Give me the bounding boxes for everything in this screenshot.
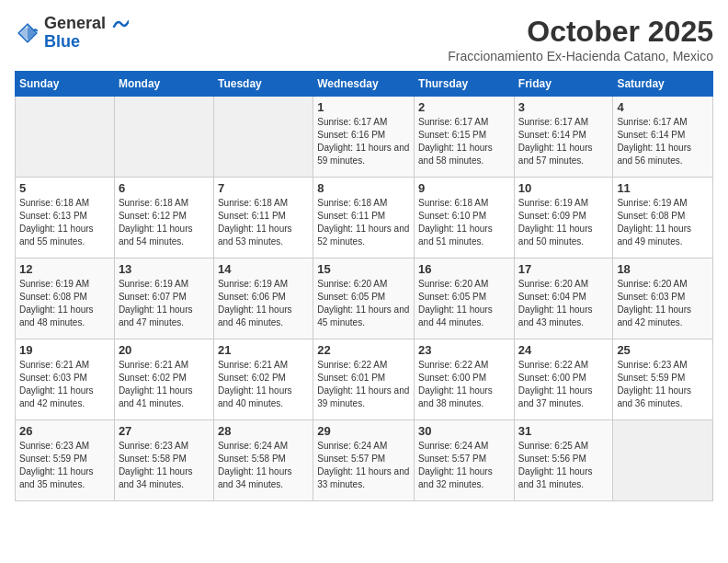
day-info: Sunrise: 6:21 AMSunset: 6:02 PMDaylight:… bbox=[218, 359, 309, 410]
day-number: 14 bbox=[218, 262, 309, 276]
calendar-day-cell: 31Sunrise: 6:25 AMSunset: 5:56 PMDayligh… bbox=[514, 420, 613, 501]
weekday-header-monday: Monday bbox=[114, 72, 213, 97]
day-number: 11 bbox=[617, 181, 709, 195]
weekday-header-row: SundayMondayTuesdayWednesdayThursdayFrid… bbox=[16, 72, 713, 97]
day-info: Sunrise: 6:23 AMSunset: 5:59 PMDaylight:… bbox=[617, 359, 709, 410]
calendar-day-cell: 3Sunrise: 6:17 AMSunset: 6:14 PMDaylight… bbox=[514, 97, 613, 178]
day-number: 28 bbox=[218, 424, 309, 438]
weekday-header-tuesday: Tuesday bbox=[213, 72, 313, 97]
day-info: Sunrise: 6:19 AMSunset: 6:08 PMDaylight:… bbox=[19, 278, 110, 329]
day-number: 15 bbox=[317, 262, 410, 276]
calendar-day-cell: 8Sunrise: 6:18 AMSunset: 6:11 PMDaylight… bbox=[313, 178, 415, 259]
day-number: 2 bbox=[418, 100, 510, 114]
calendar-day-cell: 16Sunrise: 6:20 AMSunset: 6:05 PMDayligh… bbox=[415, 259, 515, 339]
day-info: Sunrise: 6:20 AMSunset: 6:03 PMDaylight:… bbox=[617, 278, 709, 329]
day-number: 5 bbox=[19, 181, 110, 195]
logo-wave-icon bbox=[112, 17, 129, 30]
calendar-day-cell: 23Sunrise: 6:22 AMSunset: 6:00 PMDayligh… bbox=[415, 339, 515, 420]
calendar-day-cell: 18Sunrise: 6:20 AMSunset: 6:03 PMDayligh… bbox=[613, 259, 713, 339]
day-info: Sunrise: 6:18 AMSunset: 6:11 PMDaylight:… bbox=[317, 197, 410, 248]
day-info: Sunrise: 6:18 AMSunset: 6:12 PMDaylight:… bbox=[119, 197, 210, 248]
day-info: Sunrise: 6:23 AMSunset: 5:58 PMDaylight:… bbox=[119, 440, 210, 491]
day-number: 1 bbox=[317, 100, 410, 114]
day-info: Sunrise: 6:19 AMSunset: 6:07 PMDaylight:… bbox=[119, 278, 210, 329]
day-info: Sunrise: 6:21 AMSunset: 6:02 PMDaylight:… bbox=[119, 359, 210, 410]
day-info: Sunrise: 6:19 AMSunset: 6:08 PMDaylight:… bbox=[617, 197, 709, 248]
day-info: Sunrise: 6:25 AMSunset: 5:56 PMDaylight:… bbox=[518, 440, 609, 491]
day-number: 4 bbox=[617, 100, 709, 114]
calendar-day-cell: 22Sunrise: 6:22 AMSunset: 6:01 PMDayligh… bbox=[313, 339, 415, 420]
calendar-day-cell bbox=[613, 420, 713, 501]
page-header: General Blue October 2025 Fraccionamient… bbox=[15, 15, 713, 63]
day-info: Sunrise: 6:17 AMSunset: 6:14 PMDaylight:… bbox=[617, 116, 709, 167]
day-info: Sunrise: 6:17 AMSunset: 6:15 PMDaylight:… bbox=[418, 116, 510, 167]
calendar-table: SundayMondayTuesdayWednesdayThursdayFrid… bbox=[15, 71, 713, 501]
day-number: 29 bbox=[317, 424, 410, 438]
calendar-day-cell: 10Sunrise: 6:19 AMSunset: 6:09 PMDayligh… bbox=[514, 178, 613, 259]
day-number: 24 bbox=[518, 343, 609, 357]
calendar-day-cell: 12Sunrise: 6:19 AMSunset: 6:08 PMDayligh… bbox=[16, 259, 115, 339]
day-info: Sunrise: 6:18 AMSunset: 6:11 PMDaylight:… bbox=[218, 197, 309, 248]
logo-text: General Blue bbox=[44, 15, 129, 52]
calendar-day-cell bbox=[213, 97, 313, 178]
calendar-day-cell: 27Sunrise: 6:23 AMSunset: 5:58 PMDayligh… bbox=[114, 420, 213, 501]
day-number: 6 bbox=[119, 181, 210, 195]
subtitle: Fraccionamiento Ex-Hacienda Catano, Mexi… bbox=[448, 49, 713, 63]
calendar-week-row: 19Sunrise: 6:21 AMSunset: 6:03 PMDayligh… bbox=[16, 339, 713, 420]
day-number: 13 bbox=[119, 262, 210, 276]
day-number: 9 bbox=[418, 181, 510, 195]
day-info: Sunrise: 6:20 AMSunset: 6:05 PMDaylight:… bbox=[418, 278, 510, 329]
day-info: Sunrise: 6:24 AMSunset: 5:58 PMDaylight:… bbox=[218, 440, 309, 491]
day-info: Sunrise: 6:19 AMSunset: 6:06 PMDaylight:… bbox=[218, 278, 309, 329]
calendar-week-row: 5Sunrise: 6:18 AMSunset: 6:13 PMDaylight… bbox=[16, 178, 713, 259]
day-number: 20 bbox=[119, 343, 210, 357]
day-info: Sunrise: 6:18 AMSunset: 6:13 PMDaylight:… bbox=[19, 197, 110, 248]
calendar-day-cell: 1Sunrise: 6:17 AMSunset: 6:16 PMDaylight… bbox=[313, 97, 415, 178]
day-info: Sunrise: 6:22 AMSunset: 6:01 PMDaylight:… bbox=[317, 359, 410, 410]
day-info: Sunrise: 6:22 AMSunset: 6:00 PMDaylight:… bbox=[418, 359, 510, 410]
calendar-day-cell: 24Sunrise: 6:22 AMSunset: 6:00 PMDayligh… bbox=[514, 339, 613, 420]
day-info: Sunrise: 6:17 AMSunset: 6:14 PMDaylight:… bbox=[518, 116, 609, 167]
day-number: 31 bbox=[518, 424, 609, 438]
calendar-day-cell: 29Sunrise: 6:24 AMSunset: 5:57 PMDayligh… bbox=[313, 420, 415, 501]
day-number: 12 bbox=[19, 262, 110, 276]
calendar-day-cell: 30Sunrise: 6:24 AMSunset: 5:57 PMDayligh… bbox=[415, 420, 515, 501]
day-number: 25 bbox=[617, 343, 709, 357]
calendar-day-cell: 2Sunrise: 6:17 AMSunset: 6:15 PMDaylight… bbox=[415, 97, 515, 178]
day-info: Sunrise: 6:20 AMSunset: 6:05 PMDaylight:… bbox=[317, 278, 410, 329]
logo-general-text: General bbox=[44, 14, 106, 32]
calendar-day-cell bbox=[16, 97, 115, 178]
calendar-week-row: 1Sunrise: 6:17 AMSunset: 6:16 PMDaylight… bbox=[16, 97, 713, 178]
calendar-day-cell: 14Sunrise: 6:19 AMSunset: 6:06 PMDayligh… bbox=[213, 259, 313, 339]
calendar-day-cell: 7Sunrise: 6:18 AMSunset: 6:11 PMDaylight… bbox=[213, 178, 313, 259]
day-info: Sunrise: 6:24 AMSunset: 5:57 PMDaylight:… bbox=[418, 440, 510, 491]
day-number: 30 bbox=[418, 424, 510, 438]
day-number: 19 bbox=[19, 343, 110, 357]
calendar-day-cell: 25Sunrise: 6:23 AMSunset: 5:59 PMDayligh… bbox=[613, 339, 713, 420]
weekday-header-saturday: Saturday bbox=[613, 72, 713, 97]
day-info: Sunrise: 6:24 AMSunset: 5:57 PMDaylight:… bbox=[317, 440, 410, 491]
weekday-header-wednesday: Wednesday bbox=[313, 72, 415, 97]
month-title: October 2025 bbox=[448, 15, 713, 49]
day-number: 3 bbox=[518, 100, 609, 114]
day-number: 21 bbox=[218, 343, 309, 357]
calendar-day-cell: 5Sunrise: 6:18 AMSunset: 6:13 PMDaylight… bbox=[16, 178, 115, 259]
calendar-day-cell bbox=[114, 97, 213, 178]
day-number: 18 bbox=[617, 262, 709, 276]
day-number: 27 bbox=[119, 424, 210, 438]
day-number: 8 bbox=[317, 181, 410, 195]
day-info: Sunrise: 6:20 AMSunset: 6:04 PMDaylight:… bbox=[518, 278, 609, 329]
day-info: Sunrise: 6:18 AMSunset: 6:10 PMDaylight:… bbox=[418, 197, 510, 248]
calendar-day-cell: 11Sunrise: 6:19 AMSunset: 6:08 PMDayligh… bbox=[613, 178, 713, 259]
weekday-header-friday: Friday bbox=[514, 72, 613, 97]
weekday-header-sunday: Sunday bbox=[16, 72, 115, 97]
day-info: Sunrise: 6:21 AMSunset: 6:03 PMDaylight:… bbox=[19, 359, 110, 410]
calendar-week-row: 12Sunrise: 6:19 AMSunset: 6:08 PMDayligh… bbox=[16, 259, 713, 339]
calendar-day-cell: 15Sunrise: 6:20 AMSunset: 6:05 PMDayligh… bbox=[313, 259, 415, 339]
calendar-day-cell: 28Sunrise: 6:24 AMSunset: 5:58 PMDayligh… bbox=[213, 420, 313, 501]
day-info: Sunrise: 6:19 AMSunset: 6:09 PMDaylight:… bbox=[518, 197, 609, 248]
day-number: 10 bbox=[518, 181, 609, 195]
calendar-day-cell: 13Sunrise: 6:19 AMSunset: 6:07 PMDayligh… bbox=[114, 259, 213, 339]
calendar-day-cell: 6Sunrise: 6:18 AMSunset: 6:12 PMDaylight… bbox=[114, 178, 213, 259]
day-info: Sunrise: 6:23 AMSunset: 5:59 PMDaylight:… bbox=[19, 440, 110, 491]
